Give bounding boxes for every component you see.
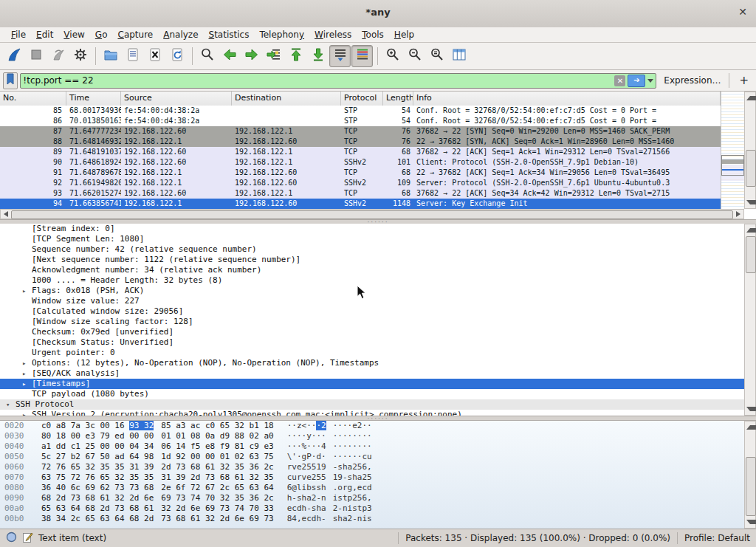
- packet-row[interactable]: 9071.648618924192.168.122.60192.168.122.…: [0, 157, 721, 168]
- column-header-src[interactable]: Source: [121, 92, 232, 106]
- hex-bytes-group2[interactable]: 73 68 61 32 2d 6e 69 73: [161, 514, 273, 524]
- hex-row[interactable]: 009068 2d 73 68 61 32 2d 6e69 73 74 70 3…: [0, 493, 756, 503]
- hex-row[interactable]: 003080 18 00 e3 79 ed 00 0001 01 08 0a d…: [0, 431, 756, 441]
- packet-list-hscrollbar[interactable]: [0, 209, 744, 219]
- packet-row[interactable]: 9171.648789678192.168.122.1192.168.122.6…: [0, 168, 721, 178]
- hex-row[interactable]: 0040a1 dd c1 25 00 00 04 3406 14 f5 e8 f…: [0, 441, 756, 452]
- detail-line[interactable]: Acknowledgment number: 34 (relative ack …: [0, 265, 756, 275]
- hex-bytes-group1[interactable]: 36 40 6c 69 62 73 73 68: [41, 483, 154, 493]
- hex-bytes-group2[interactable]: 2d 73 68 61 32 35 36 2c: [161, 462, 273, 472]
- expander-icon[interactable]: ▸: [22, 368, 32, 379]
- scroll-right-icon[interactable]: [736, 211, 740, 217]
- detail-line[interactable]: Sequence number: 42 (relative sequence n…: [0, 244, 756, 255]
- ascii-group2[interactable]: istp256,: [333, 493, 372, 503]
- go-back-button[interactable]: [219, 45, 240, 67]
- filter-bookmark-button[interactable]: [3, 72, 18, 89]
- menu-view[interactable]: View: [58, 28, 89, 41]
- column-header-len[interactable]: Length: [383, 92, 413, 106]
- auto-scroll-toggle[interactable]: [329, 45, 351, 67]
- title-bar[interactable]: *any ✕: [0, 0, 756, 28]
- menu-help[interactable]: Help: [389, 28, 419, 41]
- apply-filter-icon[interactable]: ➔: [628, 75, 645, 87]
- ascii-group1[interactable]: ecdh-sha: [287, 503, 326, 514]
- ascii-group2[interactable]: 19-sha25: [333, 472, 372, 483]
- hex-bytes-group1[interactable]: 63 75 72 76 65 32 35 35: [41, 472, 154, 483]
- hex-bytes-group1[interactable]: 5c 27 b2 67 50 ad 64 98: [41, 452, 154, 462]
- scroll-left-icon[interactable]: [4, 211, 8, 217]
- expander-icon[interactable]: ▸: [22, 358, 32, 368]
- close-icon[interactable]: ✕: [738, 6, 747, 18]
- hex-bytes-group1[interactable]: 38 34 2c 65 63 64 68 2d: [41, 514, 154, 524]
- hex-bytes-group2[interactable]: 06 14 f5 e8 f9 81 c9 e3: [161, 441, 273, 452]
- filter-dropdown-icon[interactable]: [647, 79, 653, 83]
- hex-bytes-group2[interactable]: 69 73 74 70 32 35 36 2c: [161, 493, 273, 503]
- detail-line[interactable]: Checksum: 0x79ed [unverified]: [0, 327, 756, 337]
- scrollbar-thumb[interactable]: [746, 150, 756, 187]
- stop-capture-button[interactable]: [25, 45, 47, 67]
- colorize-toggle[interactable]: [351, 45, 373, 67]
- zoom-normal-button[interactable]: [426, 45, 447, 67]
- menu-go[interactable]: Go: [90, 28, 113, 41]
- detail-line[interactable]: Urgent pointer: 0: [0, 348, 756, 358]
- ascii-group1[interactable]: ···%···4: [287, 441, 326, 452]
- packet-list-vscrollbar[interactable]: [744, 92, 756, 209]
- expression-button[interactable]: Expression…: [664, 75, 721, 86]
- bytes-vscrollbar[interactable]: [744, 421, 756, 529]
- resize-columns-button[interactable]: [448, 45, 470, 67]
- go-to-bottom-button[interactable]: [307, 45, 329, 67]
- find-packet-button[interactable]: [196, 45, 218, 67]
- ascii-group2[interactable]: 2-nistp3: [333, 503, 372, 514]
- menu-telephony[interactable]: Telephony: [254, 28, 309, 41]
- expander-icon[interactable]: ▸: [22, 379, 32, 389]
- ascii-group2[interactable]: ········: [333, 431, 372, 441]
- packet-row[interactable]: 9371.662015274192.168.122.60192.168.122.…: [0, 188, 721, 199]
- detail-line[interactable]: ▸[Timestamps]: [0, 379, 756, 389]
- save-file-button[interactable]: [122, 45, 143, 67]
- packet-row[interactable]: 9271.661949820192.168.122.1192.168.122.6…: [0, 178, 721, 188]
- hex-bytes-group1[interactable]: 80 18 00 e3 79 ed 00 00: [41, 431, 154, 441]
- detail-line[interactable]: ▸Options: (12 bytes), No-Operation (NOP)…: [0, 358, 756, 368]
- column-header-info[interactable]: Info: [413, 92, 721, 106]
- details-vscrollbar[interactable]: [744, 224, 756, 416]
- detail-line[interactable]: ▾SSH Protocol: [0, 399, 756, 410]
- menu-analyze[interactable]: Analyze: [158, 28, 203, 41]
- packet-row[interactable]: 9471.663856741192.168.122.1192.168.122.6…: [0, 199, 721, 209]
- hex-row[interactable]: 008036 40 6c 69 62 73 73 682e 6f 72 67 2…: [0, 483, 756, 493]
- detail-line[interactable]: ▸Flags: 0x018 (PSH, ACK): [0, 286, 756, 296]
- start-capture-button[interactable]: [3, 45, 24, 67]
- packet-row[interactable]: 8771.647777234192.168.122.60192.168.122.…: [0, 126, 721, 137]
- ascii-group1[interactable]: 84,ecdh-: [287, 514, 326, 524]
- hex-bytes-group1[interactable]: c0 a8 7a 3c 00 16 93 32: [41, 421, 154, 431]
- hex-bytes-group2[interactable]: 31 39 2d 73 68 61 32 35: [161, 472, 273, 483]
- ascii-group1[interactable]: \'·gP·d·: [287, 452, 326, 462]
- detail-line[interactable]: [Stream index: 0]: [0, 224, 756, 234]
- detail-line[interactable]: [Next sequence number: 1122 (relative se…: [0, 255, 756, 265]
- scroll-up-icon[interactable]: [746, 425, 756, 430]
- hex-bytes-group1[interactable]: a1 dd c1 25 00 00 04 34: [41, 441, 154, 452]
- column-header-dst[interactable]: Destination: [232, 92, 341, 106]
- ascii-group2[interactable]: ····e2··: [333, 421, 372, 431]
- hex-bytes-group1[interactable]: 68 2d 73 68 61 32 2d 6e: [41, 493, 154, 503]
- detail-line[interactable]: [Calculated window size: 29056]: [0, 306, 756, 317]
- menu-tools[interactable]: Tools: [357, 28, 389, 41]
- hex-row[interactable]: 00a065 63 64 68 2d 73 68 6132 2d 6e 69 7…: [0, 503, 756, 514]
- ascii-group1[interactable]: ··z<···2: [287, 421, 326, 431]
- minimap-viewport[interactable]: [721, 155, 744, 176]
- expander-icon[interactable]: ▸: [22, 410, 32, 416]
- hex-row[interactable]: 006072 76 65 32 35 35 31 392d 73 68 61 3…: [0, 462, 756, 472]
- hex-bytes-group2[interactable]: 85 a3 ac c0 65 32 b1 18: [161, 421, 273, 431]
- detail-line[interactable]: [TCP Segment Len: 1080]: [0, 234, 756, 244]
- add-filter-button[interactable]: +: [735, 74, 753, 87]
- expander-icon[interactable]: ▸: [22, 286, 32, 296]
- zoom-in-button[interactable]: [382, 45, 403, 67]
- close-file-button[interactable]: [144, 45, 165, 67]
- scroll-up-icon[interactable]: [746, 96, 756, 100]
- scroll-down-icon[interactable]: [746, 407, 756, 411]
- reload-file-button[interactable]: [166, 45, 188, 67]
- ascii-group1[interactable]: curve255: [287, 472, 326, 483]
- hex-bytes-group2[interactable]: 1d 92 00 00 01 02 63 75: [161, 452, 273, 462]
- detail-line[interactable]: [Checksum Status: Unverified]: [0, 337, 756, 348]
- go-to-packet-button[interactable]: [263, 45, 284, 67]
- scrollbar-thumb[interactable]: [746, 457, 756, 516]
- hex-row[interactable]: 0020c0 a8 7a 3c 00 16 93 3285 a3 ac c0 6…: [0, 421, 756, 431]
